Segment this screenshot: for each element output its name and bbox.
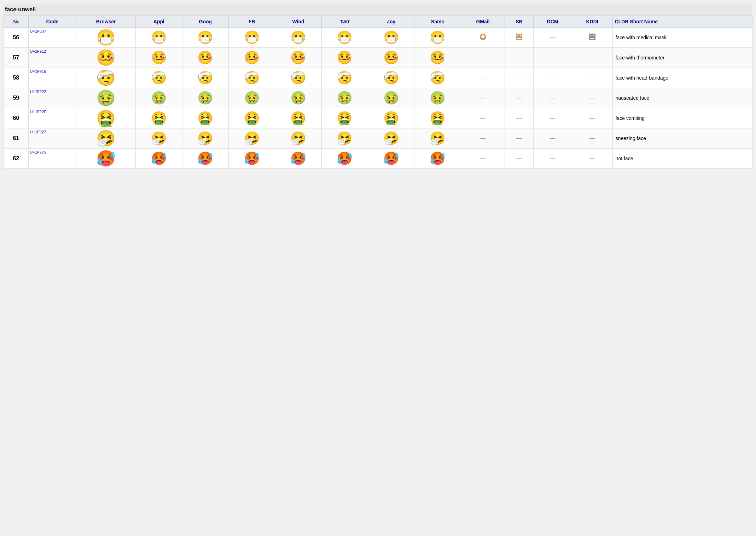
cell-goog-4: 🤮 (182, 108, 228, 128)
cell-sb-0 (505, 28, 533, 48)
cell-sb-3: — (505, 88, 533, 108)
cell-sb-6: — (505, 149, 533, 169)
col-header-browser: Browser (76, 16, 136, 28)
table-row: 58 U+1F915 🤕 🤕 🤕 🤕 🤕 🤕 🤕 🤕 — — — — face … (4, 68, 752, 88)
cell-kddi-3: — (572, 88, 612, 108)
cell-joy-5: 🤧 (368, 128, 414, 149)
col-header-goog: Goog (182, 16, 228, 28)
cell-fb-5: 🤧 (228, 128, 275, 149)
cell-gmail-1: — (461, 48, 505, 68)
cell-twtr-4: 🤮 (321, 108, 368, 128)
table-row: 61 U+1F927 🤧 🤧 🤧 🤧 🤧 🤧 🤧 🤧 — — — — sneez… (4, 128, 752, 149)
table-row: 62 U+1F975 🥵 🥵 🥵 🥵 🥵 🥵 🥵 🥵 — — — — hot f… (4, 149, 752, 169)
cell-cldr-4: face vomiting (612, 108, 752, 128)
cell-sb-2: — (505, 68, 533, 88)
cell-cldr-1: face with thermometer (612, 48, 752, 68)
cell-kddi-5: — (572, 128, 612, 149)
svg-rect-11 (590, 35, 591, 36)
cell-browser-5: 🤧 (76, 128, 136, 149)
cell-wind-1: 🤒 (275, 48, 321, 68)
cell-cldr-6: hot face (612, 149, 752, 169)
cell-twtr-3: 🤢 (321, 88, 368, 108)
cell-browser-2: 🤕 (76, 68, 136, 88)
cell-sams-1: 🤒 (414, 48, 461, 68)
cell-goog-2: 🤕 (182, 68, 228, 88)
cell-wind-0: 😷 (275, 28, 321, 48)
cell-joy-0: 😷 (368, 28, 414, 48)
cell-fb-4: 🤮 (228, 108, 275, 128)
cell-dcm-0: — (533, 28, 572, 48)
cell-goog-0: 😷 (182, 28, 228, 48)
col-header-sams: Sams (414, 16, 461, 28)
cell-num-4: 60 (4, 108, 29, 128)
cell-num-6: 62 (4, 149, 29, 169)
cell-num-3: 59 (4, 88, 29, 108)
svg-rect-4 (482, 37, 484, 38)
cell-fb-3: 🤢 (228, 88, 275, 108)
svg-rect-8 (517, 38, 521, 39)
cell-appl-3: 🤢 (136, 88, 182, 108)
cell-kddi-6: — (572, 149, 612, 169)
table-row: 57 U+1F912 🤒 🤒 🤒 🤒 🤒 🤒 🤒 🤒 — — — — face … (4, 48, 752, 68)
cell-browser-3: 🤢 (76, 88, 136, 108)
cell-num-5: 61 (4, 128, 29, 149)
cell-kddi-1: — (572, 48, 612, 68)
cell-code-3: U+1F922 (28, 88, 76, 108)
cell-fb-2: 🤕 (228, 68, 275, 88)
cell-num-2: 58 (4, 68, 29, 88)
cell-twtr-0: 😷 (321, 28, 368, 48)
cell-joy-1: 🤒 (368, 48, 414, 68)
svg-rect-12 (593, 35, 594, 36)
cell-sams-5: 🤧 (414, 128, 461, 149)
cell-fb-1: 🤒 (228, 48, 275, 68)
cell-sams-0: 😷 (414, 28, 461, 48)
cell-kddi-2: — (572, 68, 612, 88)
cell-sams-3: 🤢 (414, 88, 461, 108)
cell-code-6: U+1F975 (28, 149, 76, 169)
cell-dcm-1: — (533, 48, 572, 68)
table-row: 59 U+1F922 🤢 🤢 🤢 🤢 🤢 🤢 🤢 🤢 — — — — nause… (4, 88, 752, 108)
cell-dcm-4: — (533, 108, 572, 128)
svg-rect-2 (482, 35, 484, 36)
cell-joy-4: 🤮 (368, 108, 414, 128)
cell-twtr-1: 🤒 (321, 48, 368, 68)
cell-goog-5: 🤧 (182, 128, 228, 149)
cell-kddi-0 (572, 28, 612, 48)
cell-cldr-5: sneezing face (612, 128, 752, 149)
cell-code-0: U+1F637 (28, 28, 76, 48)
col-header-kddi: KDDI (572, 16, 612, 28)
cell-browser-6: 🥵 (76, 149, 136, 169)
cell-joy-3: 🤢 (368, 88, 414, 108)
cell-goog-3: 🤢 (182, 88, 228, 108)
cell-wind-2: 🤕 (275, 68, 321, 88)
cell-gmail-0 (461, 28, 505, 48)
svg-rect-6 (517, 35, 518, 36)
cell-browser-0: 😷 (76, 28, 136, 48)
cell-appl-0: 😷 (136, 28, 182, 48)
cell-twtr-5: 🤧 (321, 128, 368, 149)
cell-wind-6: 🥵 (275, 149, 321, 169)
cell-fb-6: 🥵 (228, 149, 275, 169)
cell-sb-1: — (505, 48, 533, 68)
cell-cldr-3: nauseated face (612, 88, 752, 108)
cell-dcm-6: — (533, 149, 572, 169)
col-header-twtr: Twtr (321, 16, 368, 28)
cell-goog-6: 🥵 (182, 149, 228, 169)
cell-dcm-2: — (533, 68, 572, 88)
cell-kddi-4: — (572, 108, 612, 128)
cell-appl-1: 🤒 (136, 48, 182, 68)
cell-gmail-3: — (461, 88, 505, 108)
cell-browser-4: 🤮 (76, 108, 136, 128)
cell-code-1: U+1F912 (28, 48, 76, 68)
col-header-wind: Wind (275, 16, 321, 28)
cell-sams-6: 🥵 (414, 149, 461, 169)
cell-wind-3: 🤢 (275, 88, 321, 108)
table-row: 60 U+1F92E 🤮 🤮 🤮 🤮 🤮 🤮 🤮 🤮 — — — — face … (4, 108, 752, 128)
svg-rect-10 (589, 34, 595, 40)
cell-appl-4: 🤮 (136, 108, 182, 128)
cell-wind-5: 🤧 (275, 128, 321, 149)
cell-twtr-2: 🤕 (321, 68, 368, 88)
svg-rect-3 (481, 36, 485, 37)
cell-fb-0: 😷 (228, 28, 275, 48)
col-header-code: Code (28, 16, 76, 28)
